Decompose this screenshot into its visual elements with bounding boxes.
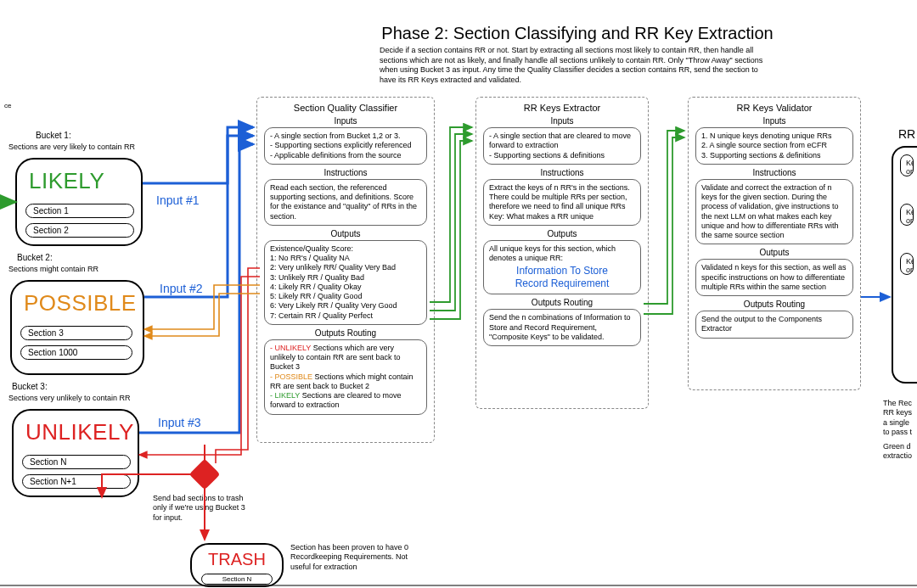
bucket2-title: POSSIBLE bbox=[24, 290, 136, 316]
extractor-outputs-head: Outputs bbox=[481, 229, 643, 238]
trash-title: TRASH bbox=[199, 550, 275, 569]
extractor-key2: Record Requirement bbox=[489, 277, 635, 290]
bucket3-sub: Sections very unlikely to contain RR bbox=[8, 394, 170, 403]
classifier-title: Section Quality Classifier bbox=[262, 103, 429, 113]
bucket2-box: POSSIBLE Section 3 Section 1000 bbox=[10, 280, 144, 375]
rr-right-box: Keop Keop Keop bbox=[892, 146, 917, 384]
extractor-routing: Send the n combinations of Information t… bbox=[483, 309, 641, 346]
extractor-panel: RR Keys Extractor Inputs - A single sect… bbox=[475, 97, 649, 409]
bucket3-item: Section N+1 bbox=[22, 474, 131, 489]
score-5: 5: Likely RR / Quality Good bbox=[270, 292, 421, 301]
bucket1-item: Section 2 bbox=[25, 223, 134, 238]
bucket2-label: Bucket 2: bbox=[17, 253, 53, 262]
bucket3-title: UNLIKELY bbox=[25, 419, 131, 445]
input1-label: Input #1 bbox=[156, 193, 200, 207]
decision-diamond bbox=[194, 463, 216, 485]
bucket2-item: Section 1000 bbox=[20, 345, 132, 360]
bucket1-box: LIKELY Section 1 Section 2 bbox=[15, 158, 143, 246]
extractor-inputs-head: Inputs bbox=[481, 116, 643, 126]
bucket3-box: UNLIKELY Section N Section N+1 bbox=[12, 409, 139, 497]
score-6: 6: Very Likely RR / Quality Very Good bbox=[270, 301, 421, 311]
rr-right-title-fragment: RR bbox=[898, 127, 915, 141]
extractor-instr-head: Instructions bbox=[481, 168, 643, 177]
classifier-instructions: Read each section, the referenced suppor… bbox=[264, 179, 427, 226]
score-7: 7: Certain RR / Quality Perfect bbox=[270, 311, 421, 321]
validator-inputs-head: Inputs bbox=[694, 116, 855, 126]
rr-key-frag: Keop bbox=[900, 204, 914, 226]
trash-right-note: Section has been proven to have 0 Record… bbox=[290, 543, 409, 572]
score-4: 4: Likely RR / Quality Okay bbox=[270, 283, 421, 292]
classifier-routing-head: Outputs Routing bbox=[262, 328, 429, 338]
validator-panel: RR Keys Validator Inputs 1. N unique key… bbox=[688, 97, 861, 390]
validator-title: RR Keys Validator bbox=[694, 103, 855, 113]
validator-inputs: 1. N unique keys denoting unique RRs 2. … bbox=[695, 127, 853, 165]
rr-key-frag: Keop bbox=[900, 154, 914, 176]
input3-label: Input #3 bbox=[158, 416, 201, 429]
score-1: 1: No RR's / Quality NA bbox=[270, 254, 421, 263]
classifier-panel: Section Quality Classifier Inputs - A si… bbox=[256, 97, 435, 443]
routing-likely-tag: - LIKELY bbox=[270, 391, 300, 400]
score-2: 2: Very unlikely RR/ Quality Very Bad bbox=[270, 263, 421, 272]
page-description: Decide if a section contains RR or not. … bbox=[380, 46, 770, 86]
validator-outputs-head: Outputs bbox=[694, 248, 855, 257]
bucket1-title: LIKELY bbox=[29, 168, 134, 194]
bucket1-item: Section 1 bbox=[25, 204, 134, 218]
bucket3-label: Bucket 3: bbox=[12, 382, 48, 391]
extractor-instructions: Extract the keys of n RR's in the sectio… bbox=[483, 179, 641, 226]
bucket3-item: Section N bbox=[22, 455, 131, 469]
extractor-routing-head: Outputs Routing bbox=[481, 298, 643, 307]
validator-routing-head: Outputs Routing bbox=[694, 300, 855, 309]
trash-item: Section N bbox=[201, 574, 273, 585]
validator-instr-head: Instructions bbox=[694, 168, 855, 177]
routing-possible-tag: - POSSIBLE bbox=[270, 372, 312, 381]
validator-routing: Send the output to the Components Extrac… bbox=[695, 311, 853, 339]
score-3: 3: Unlikely RR / Quality Bad bbox=[270, 273, 421, 283]
bucket2-item: Section 3 bbox=[20, 326, 132, 340]
classifier-instr-head: Instructions bbox=[262, 168, 429, 177]
diagram-canvas: Phase 2: Section Classifying and RR Key … bbox=[0, 0, 917, 588]
extractor-key1: Information To Store bbox=[489, 265, 635, 277]
trash-side-note: Send bad sections to trash only if we're… bbox=[153, 494, 246, 523]
classifier-inputs-head: Inputs bbox=[262, 116, 429, 126]
extractor-title: RR Keys Extractor bbox=[481, 103, 643, 113]
extractor-inputs: - A single section that are cleared to m… bbox=[483, 127, 641, 165]
score-header: Existence/Quality Score: bbox=[270, 244, 421, 254]
routing-unlikely-tag: - UNLIKELY bbox=[270, 344, 311, 352]
page-title: Phase 2: Section Classifying and RR Key … bbox=[365, 24, 790, 43]
classifier-outputs-head: Outputs bbox=[262, 229, 429, 238]
validator-outputs: Validated n keys for this section, as we… bbox=[695, 259, 853, 296]
bucket2-sub: Sections might contain RR bbox=[8, 265, 153, 274]
classifier-scores: Existence/Quality Score: 1: No RR's / Qu… bbox=[264, 240, 427, 325]
extractor-outputs: All unique keys for this section, which … bbox=[483, 240, 641, 295]
trash-box: TRASH Section N bbox=[190, 543, 284, 587]
rr-right-note: The Rec RR keys a single to pass t Green… bbox=[883, 399, 917, 462]
bucket1-label: Bucket 1: bbox=[36, 131, 71, 140]
cropped-text-fragment: ce bbox=[4, 102, 11, 109]
classifier-routing: - UNLIKELY Sections which are very unlik… bbox=[264, 339, 427, 415]
rr-key-frag: Keop bbox=[900, 253, 914, 275]
extractor-outputs-text: All unique keys for this section, which … bbox=[489, 244, 635, 264]
input2-label: Input #2 bbox=[160, 282, 203, 295]
classifier-inputs: - A single section from Bucket 1,2 or 3.… bbox=[264, 127, 427, 165]
validator-instructions: Validate and correct the extraction of n… bbox=[695, 179, 853, 245]
bucket1-sub: Sections are very likely to contain RR bbox=[8, 143, 153, 152]
